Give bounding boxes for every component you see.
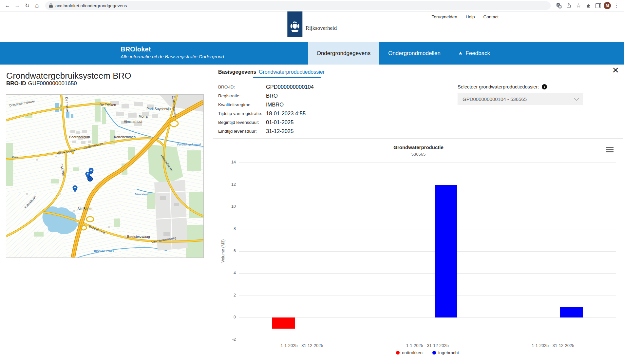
- gridline: [239, 251, 616, 252]
- profile-avatar[interactable]: M: [604, 2, 611, 9]
- header-link-contact[interactable]: Contact: [483, 14, 499, 19]
- tab-basisgegevens[interactable]: Basisgegevens: [218, 69, 256, 75]
- gridline: [239, 273, 616, 274]
- bro-id-line: BRO-IDGUF000000001650: [6, 80, 77, 87]
- lock-icon: [49, 3, 53, 8]
- field-row: BRO-ID:GPD000000000104: [218, 83, 314, 91]
- field-label: BRO-ID:: [218, 85, 266, 89]
- field-label: Tijdstip van registratie:: [218, 111, 266, 116]
- share-icon[interactable]: [564, 1, 573, 10]
- field-row: Begintijd levensduur:01-01-2025: [218, 118, 314, 127]
- legend-label: onttrokken: [402, 350, 423, 355]
- field-row: Tijdstip van registratie:18-01-2023 4:55: [218, 109, 314, 118]
- field-value: BRO: [266, 93, 278, 99]
- header-link-terugmelden[interactable]: Terugmelden: [432, 14, 457, 19]
- y-tick-label: 12: [217, 182, 236, 187]
- field-value: IMBRO: [266, 102, 284, 108]
- map-canvas: [6, 95, 203, 258]
- home-icon[interactable]: ⌂: [33, 1, 41, 10]
- chart-legend: onttrokkeningebracht: [239, 350, 616, 355]
- detail-panel: Basisgegevens Grondwaterproductiedossier…: [213, 65, 624, 364]
- y-tick-label: 6: [217, 249, 236, 253]
- chart-plot-area: Volume (M3) 14121086420-21-1-2025 - 31-1…: [239, 163, 616, 340]
- legend-dot: [432, 351, 436, 354]
- back-icon[interactable]: ←: [3, 1, 12, 10]
- y-tick-label: 0: [217, 315, 236, 319]
- y-tick-label: -2: [217, 337, 236, 342]
- nav-tabs: Ondergrondgegevens Ondergrondmodellen ★ …: [308, 42, 499, 65]
- nav-tab-ondergrondgegevens[interactable]: Ondergrondgegevens: [308, 42, 379, 65]
- brand-block[interactable]: BROloket Alle informatie uit de Basisreg…: [121, 46, 224, 59]
- header-link-help[interactable]: Help: [466, 14, 475, 19]
- extensions-icon[interactable]: [584, 1, 593, 10]
- menu-dots-icon[interactable]: ⋮: [612, 1, 621, 10]
- gridline: [239, 317, 616, 318]
- section-divider: [213, 139, 623, 139]
- nav-tab-ondergrondmodellen[interactable]: Ondergrondmodellen: [379, 42, 449, 65]
- y-tick-label: 4: [217, 271, 236, 275]
- chart-subtitle: 536565: [213, 152, 624, 157]
- gridline: [239, 229, 616, 229]
- side-panel-icon[interactable]: [594, 1, 602, 10]
- forward-icon[interactable]: →: [13, 1, 22, 10]
- metadata-fields: BRO-ID:GPD000000000104Registratie:BROKwa…: [218, 83, 314, 136]
- gridline: [239, 296, 616, 296]
- dossier-select[interactable]: GPD000000000104 - 536565: [458, 93, 583, 105]
- field-value: 18-01-2023 4:55: [266, 110, 306, 117]
- chart-menu-icon[interactable]: [606, 147, 614, 153]
- bar-onttrokken[interactable]: [272, 317, 295, 329]
- chevron-down-icon: [574, 96, 579, 101]
- rijksoverheid-logo[interactable]: Rijksoverheid: [287, 11, 337, 37]
- x-tick-label: 1-1-2025 - 31-12-2025: [365, 343, 490, 348]
- header-links: TerugmeldenHelpContact: [432, 14, 499, 19]
- field-label: Begintijd levensduur:: [218, 120, 266, 125]
- field-label: Eindtijd levensduur:: [218, 129, 266, 134]
- address-bar[interactable]: acc.broloket.nl/ondergrondgegevens: [45, 1, 551, 10]
- dossier-select-value: GPD000000000104 - 536565: [463, 96, 527, 102]
- svg-text:a: a: [559, 6, 560, 8]
- bro-id-label: BRO-ID: [6, 80, 26, 86]
- page-title: Grondwatergebruiksysteem BRO: [6, 71, 131, 81]
- gridline: [239, 185, 616, 185]
- field-row: Kwaliteitsregime:IMBRO: [218, 100, 314, 109]
- field-value: 31-12-2025: [266, 128, 293, 134]
- browser-toolbar: ← → ↻ ⌂ acc.broloket.nl/ondergrondgegeve…: [0, 0, 624, 11]
- legend-item-ingebracht[interactable]: ingebracht: [432, 350, 459, 355]
- map[interactable]: Drachtster HeaweiDe TriskenDe TriskenPar…: [6, 94, 204, 258]
- y-tick-label: 10: [217, 204, 236, 209]
- coat-of-arms-icon: [290, 20, 300, 35]
- legend-dot: [396, 351, 400, 354]
- close-icon[interactable]: ×: [612, 64, 619, 76]
- legend-label: ingebracht: [438, 350, 459, 355]
- brand-tagline: Alle informatie uit de Basisregistratie …: [121, 54, 224, 59]
- url-text: acc.broloket.nl/ondergrondgegevens: [55, 3, 127, 8]
- gridline: [239, 207, 616, 207]
- bro-id-value: GUF000000001650: [28, 80, 77, 86]
- chart-title: Grondwaterproductie: [213, 144, 624, 150]
- reload-icon[interactable]: ↻: [23, 1, 31, 10]
- logo-ribbon: [287, 11, 302, 37]
- bookmark-star-icon[interactable]: ☆: [574, 1, 583, 10]
- active-tab-indicator: [253, 77, 321, 78]
- gridline: [239, 163, 616, 163]
- x-tick-label: 1-1-2025 - 31-12-2025: [239, 343, 365, 348]
- nav-tab-feedback[interactable]: ★ Feedback: [449, 42, 499, 65]
- main-nav: BROloket Alle informatie uit de Basisreg…: [0, 42, 624, 65]
- bar-ingebracht[interactable]: [560, 307, 583, 318]
- translate-icon[interactable]: Ga: [555, 1, 563, 10]
- logo-text: Rijksoverheid: [306, 25, 337, 37]
- legend-item-onttrokken[interactable]: onttrokken: [396, 350, 423, 355]
- field-label: Registratie:: [218, 93, 266, 98]
- dossier-selector-label: Selecteer grondwaterproductiedossier: i: [458, 84, 547, 89]
- x-tick-label: 1-1-2025 - 31-12-2025: [490, 343, 616, 348]
- info-icon[interactable]: i: [542, 84, 547, 89]
- site-header: Rijksoverheid TerugmeldenHelpContact: [0, 11, 624, 42]
- field-label: Kwaliteitsregime:: [218, 102, 266, 107]
- brand-title: BROloket: [121, 46, 224, 53]
- bar-ingebracht[interactable]: [435, 185, 457, 318]
- tab-grondwaterproductiedossier[interactable]: Grondwaterproductiedossier: [259, 69, 325, 75]
- field-value: GPD000000000104: [266, 84, 314, 90]
- field-value: 01-01-2025: [266, 119, 293, 125]
- y-tick-label: 14: [217, 160, 236, 164]
- field-row: Eindtijd levensduur:31-12-2025: [218, 127, 314, 136]
